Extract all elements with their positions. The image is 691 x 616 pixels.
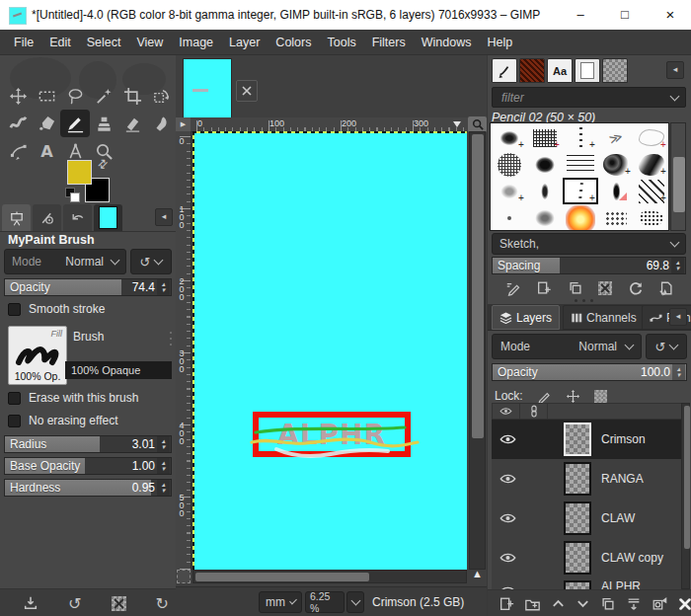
open-brush-button[interactable] xyxy=(658,280,674,296)
tab-palettes[interactable] xyxy=(602,58,628,83)
delete-preset-button[interactable] xyxy=(112,596,126,611)
tab-tool-options[interactable] xyxy=(2,204,31,231)
zoom-entry[interactable]: 6.25 % xyxy=(305,591,345,613)
mode-reset-button[interactable] xyxy=(130,249,172,274)
ruler-corner-button[interactable] xyxy=(176,117,191,131)
menu-view[interactable]: View xyxy=(128,30,171,55)
brush-thumb[interactable] xyxy=(598,178,634,204)
tab-layers[interactable]: Layers xyxy=(492,305,560,330)
lock-alpha-button[interactable] xyxy=(594,390,607,403)
opacity-slider[interactable]: Opacity 74.4 xyxy=(4,278,172,296)
tab-fonts[interactable]: Aa xyxy=(547,58,573,83)
brush-thumb[interactable] xyxy=(492,151,527,178)
brush-thumb[interactable] xyxy=(598,204,634,231)
add-mask-button[interactable] xyxy=(652,596,667,612)
new-layer-button[interactable] xyxy=(499,596,514,612)
horizontal-ruler[interactable]: 0 100 200 300 xyxy=(191,117,468,132)
menu-filters[interactable]: Filters xyxy=(364,30,414,55)
minimize-button[interactable] xyxy=(566,0,595,30)
eraser-tool[interactable] xyxy=(118,111,146,136)
no-erasing-checkbox[interactable]: No erasing effect xyxy=(8,414,118,427)
layer-thumbnail[interactable] xyxy=(564,501,591,535)
scrollbar-handle[interactable] xyxy=(684,406,690,549)
brush-name-field[interactable]: 100% Opaque xyxy=(65,361,172,379)
brush-thumb[interactable] xyxy=(527,178,563,204)
scrollbar-handle[interactable] xyxy=(472,134,484,438)
layer-list-scrollbar[interactable] xyxy=(681,403,690,589)
brush-thumb[interactable] xyxy=(527,204,563,231)
tab-brushes[interactable] xyxy=(492,58,517,83)
raise-layer-button[interactable] xyxy=(551,596,566,611)
text-tool[interactable]: A xyxy=(33,138,60,164)
zoom-fit-button[interactable] xyxy=(468,116,487,132)
layer-mode-reset-button[interactable] xyxy=(646,334,687,359)
menu-image[interactable]: Image xyxy=(171,30,221,55)
mypaint-brush-tool[interactable] xyxy=(60,110,90,137)
transform-tool[interactable] xyxy=(147,83,175,109)
brush-grid[interactable]: ≫ + + + + + + + xyxy=(490,122,669,231)
dock-menu-button[interactable] xyxy=(155,208,173,226)
paths-tool[interactable] xyxy=(4,138,32,164)
layer-row[interactable]: CLAW copy xyxy=(492,538,687,578)
layer-thumbnail[interactable] xyxy=(564,423,591,456)
unit-dropdown[interactable]: mm xyxy=(259,591,302,613)
brush-thumb[interactable]: ≫ xyxy=(598,124,634,151)
menu-windows[interactable]: Windows xyxy=(414,30,480,55)
dock-menu-button[interactable] xyxy=(669,308,687,326)
airbrush-tool[interactable] xyxy=(90,111,117,136)
menu-select[interactable]: Select xyxy=(79,30,129,55)
scrollbar-handle[interactable] xyxy=(195,573,369,581)
gradient-tool[interactable] xyxy=(4,111,32,136)
fuzzy-select-tool[interactable] xyxy=(90,83,117,109)
layer-row[interactable]: ALPHR xyxy=(492,578,687,589)
spacing-slider[interactable]: Spacing 69.8 xyxy=(492,257,686,274)
eye-icon[interactable] xyxy=(499,473,516,485)
brush-grid-scrollbar[interactable] xyxy=(670,122,686,231)
spinner[interactable] xyxy=(157,436,170,452)
brush-group-dropdown[interactable]: Sketch, xyxy=(492,233,686,255)
menu-edit[interactable]: Edit xyxy=(41,30,79,55)
eye-icon[interactable] xyxy=(499,552,516,564)
canvas[interactable]: ALPHR xyxy=(192,131,467,570)
brush-thumb[interactable] xyxy=(492,204,527,231)
save-preset-button[interactable] xyxy=(23,595,38,611)
title-bar[interactable]: *[Untitled]-4.0 (RGB color 8-bit gamma i… xyxy=(0,0,691,30)
close-image-button[interactable] xyxy=(236,80,258,102)
duplicate-layer-button[interactable] xyxy=(600,596,616,612)
tab-pointer-image[interactable] xyxy=(94,204,122,231)
hardness-slider[interactable]: Hardness 0.95 xyxy=(4,479,172,497)
zoom-dropdown-button[interactable] xyxy=(346,591,364,613)
dock-splitter[interactable] xyxy=(575,299,593,302)
layer-thumbnail[interactable] xyxy=(564,462,591,496)
tab-device-status[interactable] xyxy=(33,204,61,231)
tab-undo-history[interactable] xyxy=(63,204,92,231)
merge-down-button[interactable] xyxy=(626,596,642,612)
free-select-tool[interactable] xyxy=(61,83,89,109)
paint-mode-dropdown[interactable]: Mode Normal xyxy=(4,249,126,274)
layer-mode-dropdown[interactable]: Mode Normal xyxy=(492,334,642,359)
new-group-button[interactable] xyxy=(524,596,541,612)
horizontal-scrollbar[interactable] xyxy=(192,570,467,583)
radius-slider[interactable]: Radius 3.01 xyxy=(4,435,172,453)
quick-mask-toggle[interactable] xyxy=(177,570,191,583)
spinner[interactable] xyxy=(672,364,685,380)
menu-layer[interactable]: Layer xyxy=(221,30,268,55)
brush-preview[interactable]: Fill 100% Op. xyxy=(8,326,67,385)
duplicate-brush-button[interactable] xyxy=(568,280,583,296)
visibility-column-header[interactable] xyxy=(493,404,520,419)
filter-input[interactable] xyxy=(499,90,652,106)
smudge-tool[interactable] xyxy=(147,111,175,136)
brush-thumb[interactable] xyxy=(563,204,598,231)
navigation-button[interactable] xyxy=(469,568,486,579)
base-opacity-slider[interactable]: Base Opacity 1.00 xyxy=(4,457,172,475)
spinner[interactable] xyxy=(157,279,170,295)
image-tab-thumbnail[interactable] xyxy=(183,58,232,122)
lower-layer-button[interactable] xyxy=(576,596,590,611)
layer-thumbnail[interactable] xyxy=(564,580,591,589)
eye-icon[interactable] xyxy=(499,512,516,524)
erase-checkbox[interactable]: Erase with this brush xyxy=(8,391,138,405)
layer-row[interactable]: Crimson xyxy=(492,420,687,460)
menu-tools[interactable]: Tools xyxy=(319,30,363,55)
tab-channels[interactable]: Channels xyxy=(563,305,645,330)
new-brush-button[interactable] xyxy=(536,280,552,296)
